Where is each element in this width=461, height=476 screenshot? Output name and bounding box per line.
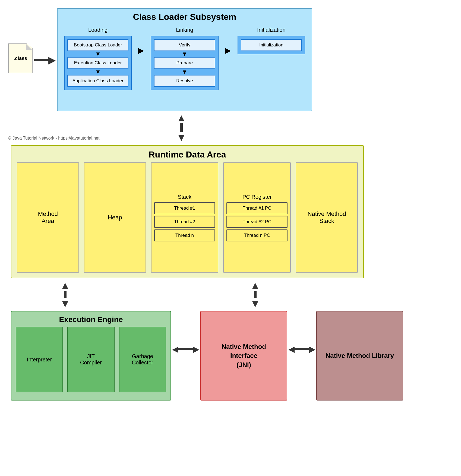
- runtime-boxes: MethodArea Heap Stack Thread #1 Thread #…: [11, 162, 363, 275]
- nml-label: Native Method Library: [326, 351, 394, 360]
- pc-thread-1: Thread #1 PC: [226, 202, 288, 214]
- init-label: Initialization: [238, 27, 305, 33]
- class-loader-subsystem: Class Loader Subsystem Loading Bootstrap…: [57, 8, 312, 111]
- prepare-box: Prepare: [154, 57, 215, 69]
- loading-section: Loading Bootstrap Class Loader ▼ Extenti…: [64, 27, 132, 90]
- arrow-down-3: ▼: [182, 51, 188, 57]
- native-method-interface: Native MethodInterface(JNI): [200, 311, 287, 401]
- class-file-label: .class: [14, 56, 27, 61]
- heap-label: Heap: [108, 214, 122, 221]
- arrow-down-4: ▼: [182, 69, 188, 75]
- class-file-icon: .class: [8, 43, 33, 73]
- loading-inner: Bootstrap Class Loader ▼ Extention Class…: [64, 36, 132, 90]
- linking-label: Linking: [151, 27, 218, 33]
- arrow-exec-nmi: [172, 345, 199, 353]
- arrow-runtime-exec: [60, 280, 71, 310]
- arrow-v-line: [180, 123, 183, 132]
- linking-inner: Verify ▼ Prepare ▼ Resolve: [151, 36, 218, 90]
- arrow-down-2: ▼: [95, 69, 101, 75]
- loading-label: Loading: [64, 27, 132, 33]
- stack-thread-n: Thread n: [154, 229, 215, 241]
- resolve-box: Resolve: [154, 75, 215, 87]
- native-method-stack-label: Native MethodStack: [308, 210, 346, 225]
- arrow-h-line-1: [178, 348, 193, 350]
- stack-thread-2: Thread #2: [154, 216, 215, 228]
- arrow-h-line-2: [295, 348, 309, 350]
- linking-section: Linking Verify ▼ Prepare ▼ Resolve: [151, 27, 218, 90]
- arrow-down-1: ▼: [95, 51, 101, 57]
- native-method-library: Native Method Library: [316, 311, 403, 401]
- stack-title: Stack: [178, 194, 191, 200]
- copyright-text: © Java Tutorial Network - https://javatu…: [8, 136, 99, 141]
- stack-box: Stack Thread #1 Thread #2 Thread n: [151, 162, 219, 273]
- interpreter-box: Interpreter: [16, 327, 63, 392]
- stack-thread-1: Thread #1: [154, 202, 215, 214]
- application-class-loader: Application Class Loader: [67, 75, 128, 87]
- pc-title: PC Register: [242, 194, 272, 200]
- arrow-v-line-3: [254, 291, 257, 298]
- method-area-label: MethodArea: [38, 210, 58, 225]
- arrow-v-line-2: [64, 291, 67, 298]
- pc-register-box: PC Register Thread #1 PC Thread #2 PC Th…: [223, 162, 291, 273]
- init-inner: Initialization: [238, 36, 305, 54]
- extention-class-loader: Extention Class Loader: [67, 57, 128, 69]
- pc-thread-2: Thread #2 PC: [226, 216, 288, 228]
- jit-compiler-box: JITCompiler: [67, 327, 115, 392]
- initialization-box: Initialization: [241, 39, 302, 51]
- runtime-title: Runtime Data Area: [11, 146, 363, 162]
- heap-box: Heap: [84, 162, 146, 273]
- arrow-loading-linking: ▶: [137, 27, 145, 55]
- gc-label: GarbageCollector: [132, 353, 153, 366]
- method-area-box: MethodArea: [17, 162, 79, 273]
- garbage-collector-box: GarbageCollector: [119, 327, 166, 392]
- verify-box: Verify: [154, 39, 215, 51]
- execution-engine: Execution Engine Interpreter JITCompiler…: [11, 311, 171, 401]
- init-section: Initialization Initialization: [238, 27, 305, 54]
- bootstrap-class-loader: Bootstrap Class Loader: [67, 39, 128, 51]
- arrow-class-to-loader: [34, 56, 56, 64]
- arrow-linking-init: ▶: [224, 27, 232, 55]
- arrow-subsystem-runtime: [176, 113, 187, 143]
- subsystem-title: Class Loader Subsystem: [58, 9, 312, 24]
- exec-boxes: Interpreter JITCompiler GarbageCollector: [11, 327, 170, 396]
- native-method-stack-box: Native MethodStack: [296, 162, 358, 273]
- arrow-runtime-nmi: [250, 280, 261, 310]
- jit-label: JITCompiler: [80, 353, 102, 366]
- exec-title: Execution Engine: [11, 311, 170, 327]
- nmi-label: Native MethodInterface(JNI): [222, 342, 266, 370]
- pc-thread-n: Thread n PC: [226, 229, 288, 241]
- arrow-nmi-nml: [288, 345, 315, 353]
- interpreter-label: Interpreter: [27, 357, 52, 363]
- runtime-data-area: Runtime Data Area MethodArea Heap Stack …: [11, 145, 364, 278]
